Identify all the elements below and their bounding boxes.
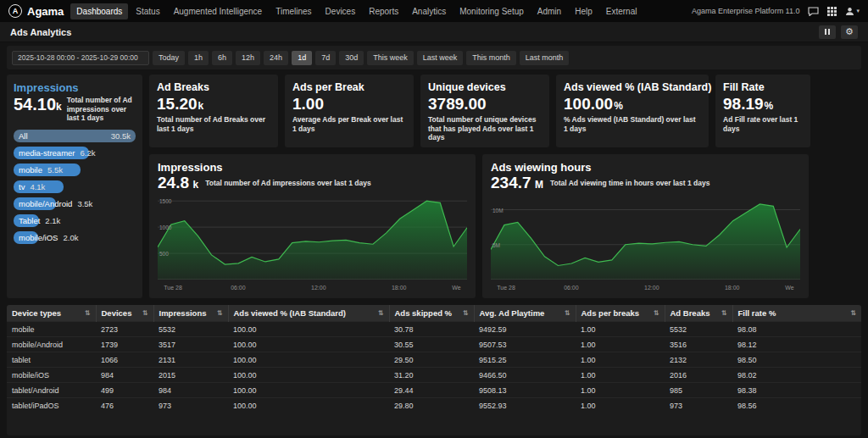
brand[interactable]: A Agama [8,4,64,18]
sort-icon[interactable]: ⇅ [463,309,469,317]
bar-value: 6.2k [81,148,96,158]
bar-row-media-streamer[interactable]: media-streamer 6.2k [14,147,136,159]
bar-label: All [19,131,28,141]
sort-icon[interactable]: ⇅ [721,309,727,317]
nav-item-devices[interactable]: Devices [320,3,362,19]
viewing-hours-area-chart[interactable]: 5M10MTue 2806:0012:0018:00We [491,196,800,291]
cell: 100.00 [228,383,389,398]
table-row[interactable]: mobile/Android17393517100.0030.559507.53… [7,337,861,352]
nav-item-dashboards[interactable]: Dashboards [70,3,128,19]
column-header-ad-breaks[interactable]: Ad Breaks⇅ [665,305,732,322]
sort-icon[interactable]: ⇅ [565,309,570,317]
range-button-this-week[interactable]: This week [367,51,414,65]
kpi-title: Unique devices [428,81,542,93]
cell: 476 [96,398,153,413]
range-button-last-month[interactable]: Last month [520,51,570,65]
impressions-description: Total number of Ad impressions over last… [67,96,136,123]
kpi-value: 1.00 [292,96,406,113]
bar-row-mobile[interactable]: mobile 5.5k [14,164,136,176]
nav-item-reports[interactable]: Reports [363,3,404,19]
range-button-today[interactable]: Today [153,51,185,65]
column-header-ads-skipped[interactable]: Ads skipped %⇅ [389,305,474,322]
column-header-device-types[interactable]: Device types⇅ [7,305,96,322]
platform-label: Agama Enterprise Platform 11.0 [692,7,799,15]
settings-button[interactable]: ⚙ [841,25,858,39]
pause-button[interactable] [819,25,836,39]
kpi-title: Ads viewed % (IAB Standard) [564,81,701,93]
range-button-24h[interactable]: 24h [264,51,288,65]
bar-row-mobile-android[interactable]: mobile/Android 3.5k [14,197,136,210]
column-header-avg-playtime[interactable]: Avg. Ad Playtime⇅ [474,305,576,322]
nav-item-help[interactable]: Help [569,3,598,19]
nav-item-monitoring-setup[interactable]: Monitoring Setup [453,3,530,19]
cell: 1.00 [576,337,665,352]
cell: 100.00 [228,352,389,368]
column-header-ads-per-breaks[interactable]: Ads per breaks⇅ [576,305,665,322]
chat-icon[interactable] [808,7,819,16]
column-header-devices[interactable]: Devices⇅ [96,305,153,322]
nav-item-external[interactable]: External [600,3,643,19]
column-header-impressions[interactable]: Impressions⇅ [153,305,228,322]
device-stats-table: Device types⇅ Devices⇅ Impressions⇅ Ads … [7,305,861,413]
range-button-7d[interactable]: 7d [315,51,336,65]
range-button-1d[interactable]: 1d [292,51,312,65]
table-row[interactable]: mobile/iOS9842015100.0031.209466.501.002… [7,368,861,383]
nav-item-timelines[interactable]: Timelines [270,3,317,19]
column-header-ads-viewed[interactable]: Ads viewed % (IAB Standard)⇅ [228,305,389,322]
nav-item-analytics[interactable]: Analytics [406,3,452,19]
nav-item-augmented-intelligence[interactable]: Augmented Intelligence [168,3,269,19]
cell-device-type: mobile/Android [7,337,96,352]
table-row[interactable]: tablet/Android499984100.0029.449508.131.… [7,383,861,398]
column-header-fill-rate[interactable]: Fill rate %⇅ [732,305,861,322]
viewing-hours-chart-card: Ads wiewing hours 234.7 M Total Ad viewi… [482,154,809,298]
range-button-1h[interactable]: 1h [188,51,209,65]
cell: 499 [96,383,153,398]
nav-right: Agama Enterprise Platform 11.0 ▾ [692,7,860,16]
bar-label: mobile [19,165,42,175]
cell: 98.02 [732,368,861,383]
bar-label: tv [19,182,25,191]
sort-icon[interactable]: ⇅ [142,309,148,317]
date-range-input[interactable] [12,51,149,65]
kpi-value: 100.00% [564,96,701,113]
nav-item-admin[interactable]: Admin [531,3,567,19]
apps-grid-icon[interactable] [827,7,837,16]
cell: 973 [665,398,732,413]
cell: 3516 [665,337,732,352]
kpi-row: Ad Breaks 15.20k Total number of Ad Brea… [149,75,861,147]
gear-icon: ⚙ [845,27,854,36]
sort-icon[interactable]: ⇅ [850,309,856,317]
sort-icon[interactable]: ⇅ [85,309,91,317]
kpi-card-ads-per-break: Ads per Break 1.00 Average Ads per Break… [285,75,414,147]
sort-icon[interactable]: ⇅ [217,309,223,317]
range-button-6h[interactable]: 6h [212,51,232,65]
table-row[interactable]: tablet10662131100.0029.509515.251.002132… [7,352,861,368]
range-button-30d[interactable]: 30d [339,51,364,65]
sort-icon[interactable]: ⇅ [654,309,659,317]
cell: 31.20 [389,368,474,383]
sort-icon[interactable]: ⇅ [378,309,384,317]
bar-value: 2.1k [45,216,60,225]
cell: 2132 [665,352,732,368]
bar-value: 5.5k [47,165,63,175]
kpi-value: 3789.00 [428,96,542,113]
nav-item-status[interactable]: Status [130,3,165,19]
kpi-value: 98.19% [723,96,803,113]
cell-device-type: mobile/iOS [7,368,96,383]
range-button-this-month[interactable]: This month [466,51,516,65]
cell: 9507.53 [474,337,576,352]
table-row[interactable]: tablet/iPadOS476973100.0029.809552.931.0… [7,398,861,413]
bar-row-mobile-ios[interactable]: mobile/iOS 2.0k [14,231,136,244]
range-button-12h[interactable]: 12h [236,51,260,65]
cell: 29.80 [389,398,474,413]
range-button-last-week[interactable]: Last week [417,51,464,65]
bar-row-tablet[interactable]: Tablet 2.1k [14,214,136,227]
bar-row-all[interactable]: All 30.5k [14,130,136,142]
impressions-area-chart[interactable]: 50010001500Tue 2806:0012:0018:00We [158,196,467,291]
bar-row-tv[interactable]: tv 4.1k [14,180,136,193]
table-row[interactable]: mobile27235532100.0030.789492.591.005532… [7,322,861,337]
title-bar-actions: ⚙ [819,25,858,39]
cell-device-type: tablet/iPadOS [7,398,96,413]
user-menu[interactable]: ▾ [845,7,860,16]
cell: 98.38 [732,383,861,398]
